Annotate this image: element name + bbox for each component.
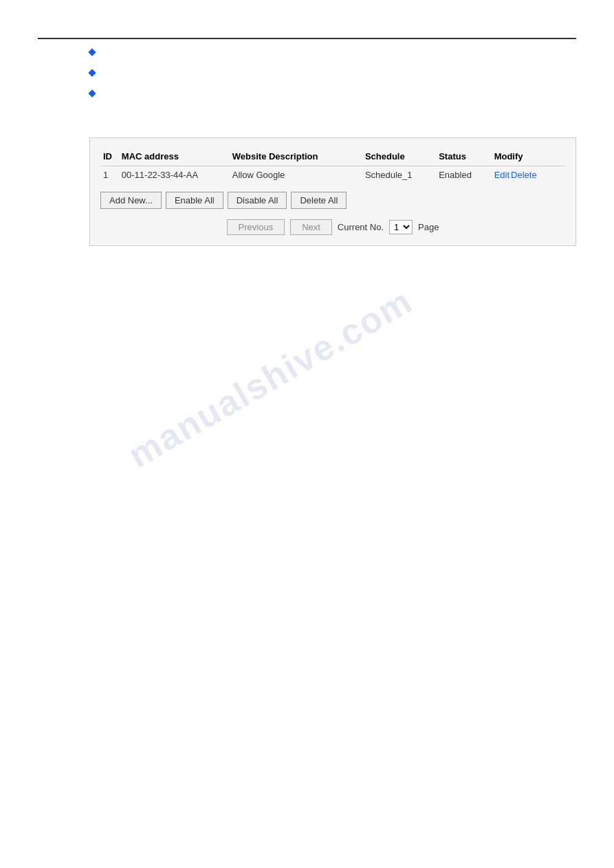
col-header-status: Status [436,148,491,166]
top-divider [38,38,576,39]
main-content: ID MAC address Website Description Sched… [89,137,576,246]
cell-status: Enabled [436,166,491,184]
page-label: Page [418,222,439,232]
cell-schedule: Schedule_1 [362,166,436,184]
data-table: ID MAC address Website Description Sched… [100,148,565,183]
cell-id: 1 [100,166,119,184]
watermark: manualshive.com [121,280,419,476]
bullet-item-3 [89,91,576,96]
pagination-row: Previous Next Current No. 1 Page [100,219,565,235]
add-new-button[interactable]: Add New... [100,192,162,209]
cell-desc: Allow Google [230,166,362,184]
cell-modify: EditDelete [492,166,565,184]
current-no-label: Current No. [338,222,384,232]
table-row: 1 00-11-22-33-44-AA Allow Google Schedul… [100,166,565,184]
col-header-id: ID [100,148,119,166]
action-button-row: Add New... Enable All Disable All Delete… [100,192,565,209]
col-header-modify: Modify [492,148,565,166]
disable-all-button[interactable]: Disable All [228,192,287,209]
bullet-icon-1 [88,48,96,56]
enable-all-button[interactable]: Enable All [166,192,223,209]
table-header-row: ID MAC address Website Description Sched… [100,148,565,166]
cell-mac: 00-11-22-33-44-AA [119,166,230,184]
edit-link[interactable]: Edit [494,170,509,180]
col-header-schedule: Schedule [362,148,436,166]
page-select[interactable]: 1 [389,220,413,234]
bullet-item-1 [89,49,576,55]
bullet-item-2 [89,70,576,76]
next-button[interactable]: Next [290,219,332,235]
table-container: ID MAC address Website Description Sched… [89,137,576,246]
delete-link[interactable]: Delete [511,170,537,180]
delete-all-button[interactable]: Delete All [291,192,347,209]
bullet-icon-3 [88,89,96,97]
previous-button[interactable]: Previous [227,219,285,235]
col-header-mac: MAC address [119,148,230,166]
bullet-icon-2 [88,69,96,76]
col-header-desc: Website Description [230,148,362,166]
bullet-list [89,49,576,96]
